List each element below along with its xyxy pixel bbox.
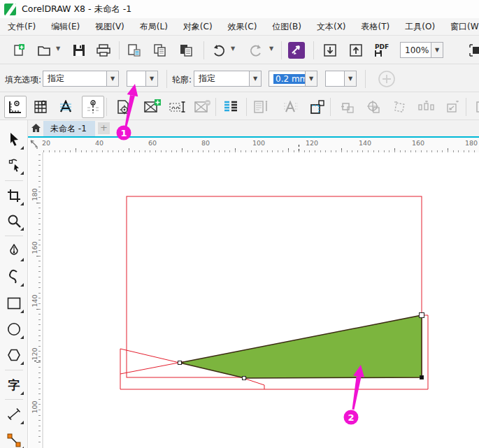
fill-type-dropdown-arrow[interactable]: ▼ bbox=[106, 71, 118, 86]
cut-button[interactable] bbox=[123, 39, 145, 62]
print-button[interactable] bbox=[92, 39, 115, 62]
menu-item-2[interactable]: 视图(V) bbox=[87, 18, 132, 36]
object-properties-button[interactable] bbox=[306, 96, 329, 118]
snap-to-button[interactable] bbox=[466, 39, 479, 62]
outline-type-value: 指定 bbox=[194, 73, 249, 85]
tool-dimension-button[interactable] bbox=[2, 403, 26, 426]
menu-item-5[interactable]: 效果(C) bbox=[220, 18, 265, 36]
redo-dropdown-arrow[interactable]: ▼ bbox=[269, 45, 273, 52]
h-ruler-label: 180 bbox=[465, 139, 478, 147]
menu-item-7[interactable]: 文本(X) bbox=[309, 18, 354, 36]
grid-button[interactable] bbox=[29, 96, 52, 118]
menu-item-10[interactable]: 窗口(W) bbox=[443, 18, 479, 36]
outline-type-combo[interactable]: 指定 ▼ bbox=[194, 71, 262, 87]
h-ruler-label: 120 bbox=[306, 139, 318, 147]
tool-shape-button[interactable] bbox=[2, 154, 26, 176]
add-page-button[interactable]: + bbox=[98, 122, 110, 134]
export-button[interactable] bbox=[345, 39, 367, 62]
align-center-button[interactable] bbox=[362, 96, 385, 118]
rotate-object-button[interactable] bbox=[389, 96, 411, 118]
h-ruler-label: 20 bbox=[42, 139, 50, 147]
menu-bar: 文件(F)编辑(E)视图(V)布局(L)对象(C)效果(C)位图(B)文本(X)… bbox=[0, 18, 479, 36]
tool-polygon-button[interactable] bbox=[2, 344, 26, 366]
h-ruler-label: 40 bbox=[95, 139, 103, 147]
vertical-ruler[interactable]: 200180160140120100 bbox=[29, 152, 41, 448]
order-objects-button[interactable] bbox=[337, 96, 359, 118]
view-toolbar bbox=[0, 92, 479, 120]
guidelines-button[interactable] bbox=[82, 96, 104, 118]
dynamic-guides-button[interactable] bbox=[4, 96, 27, 118]
undo-button[interactable] bbox=[208, 39, 230, 62]
tool-text-button[interactable]: 字 bbox=[2, 374, 26, 396]
new-document-button[interactable] bbox=[7, 39, 29, 62]
outline-width-dropdown-arrow[interactable]: ▼ bbox=[305, 71, 317, 86]
tool-ellipse-button[interactable] bbox=[2, 318, 26, 340]
document-tab[interactable]: 未命名 -1 bbox=[43, 121, 95, 136]
tool-crop-button[interactable] bbox=[2, 185, 26, 207]
v-ruler-label: 140 bbox=[31, 299, 38, 308]
h-ruler-label: 60 bbox=[148, 139, 157, 147]
distribute-objects-button[interactable] bbox=[415, 96, 438, 118]
text-grid-button[interactable] bbox=[55, 96, 77, 118]
paste-button[interactable] bbox=[175, 39, 197, 62]
fill-type-value: 指定 bbox=[43, 73, 106, 85]
import-button[interactable] bbox=[319, 39, 341, 62]
tool-rectangle-button[interactable] bbox=[2, 292, 26, 315]
menu-item-8[interactable]: 表格(T) bbox=[354, 18, 398, 36]
text-tool-glyph: 字 bbox=[8, 378, 20, 392]
fill-options-label: 填充选项: bbox=[5, 74, 41, 86]
ruler-origin[interactable] bbox=[29, 138, 41, 152]
tool-freehand-button[interactable] bbox=[2, 266, 26, 288]
horizontal-ruler[interactable]: 20406080100120140160180 bbox=[29, 138, 479, 152]
outline-color-dropdown-arrow[interactable]: ▼ bbox=[345, 71, 357, 87]
document-options-button[interactable] bbox=[112, 96, 134, 118]
open-button[interactable] bbox=[33, 39, 55, 62]
tool-pick-button[interactable] bbox=[2, 129, 26, 151]
insert-image-button[interactable] bbox=[141, 96, 164, 118]
v-ruler-label: 160 bbox=[31, 246, 38, 254]
open-dropdown-arrow[interactable]: ▼ bbox=[56, 45, 60, 52]
pdf-icon: PDF bbox=[375, 43, 389, 50]
document-tab-bar: 未命名 -1 + bbox=[28, 120, 479, 137]
app-launcher-button[interactable] bbox=[285, 39, 308, 62]
redo-button[interactable] bbox=[245, 39, 267, 62]
more-options-button[interactable] bbox=[471, 96, 479, 118]
text-frame-button[interactable] bbox=[250, 96, 273, 118]
menu-item-3[interactable]: 布局(L) bbox=[132, 18, 176, 36]
zoom-dropdown-arrow[interactable]: ▼ bbox=[431, 43, 443, 57]
undo-dropdown-arrow[interactable]: ▼ bbox=[231, 45, 235, 52]
tool-zoom-button[interactable] bbox=[2, 210, 26, 232]
zoom-level-combo[interactable]: 100% ▼ bbox=[400, 42, 443, 58]
text-list-button[interactable] bbox=[220, 96, 242, 118]
menu-item-4[interactable]: 对象(C) bbox=[176, 18, 220, 36]
outline-type-dropdown-arrow[interactable]: ▼ bbox=[249, 71, 261, 86]
standard-toolbar: ▼ ▼ ▼ bbox=[0, 36, 479, 64]
tool-pen-button[interactable] bbox=[2, 240, 26, 263]
outline-color-picker[interactable]: ▼ bbox=[325, 71, 357, 87]
h-ruler-label: 100 bbox=[252, 139, 265, 147]
publish-pdf-button[interactable]: PDF bbox=[371, 39, 393, 62]
home-icon[interactable] bbox=[31, 123, 41, 135]
fill-color-picker[interactable]: ▼ bbox=[127, 71, 158, 87]
scale-object-button[interactable] bbox=[442, 96, 464, 118]
outline-width-combo[interactable]: 0.2 mm ▼ bbox=[269, 71, 317, 87]
drawing-canvas[interactable] bbox=[41, 152, 479, 448]
tool-connector-button[interactable] bbox=[2, 429, 26, 448]
toolbox: 字 bbox=[0, 120, 28, 448]
menu-item-9[interactable]: 工具(O) bbox=[397, 18, 443, 36]
menu-item-0[interactable]: 文件(F) bbox=[0, 18, 43, 36]
h-ruler-label: 80 bbox=[201, 139, 210, 147]
remove-image-button[interactable] bbox=[192, 96, 214, 118]
v-ruler-cursor-marker bbox=[34, 361, 41, 361]
save-button[interactable] bbox=[68, 39, 90, 62]
menu-item-1[interactable]: 编辑(E) bbox=[43, 18, 87, 36]
menu-item-6[interactable]: 位图(B) bbox=[264, 18, 309, 36]
v-ruler-label: 120 bbox=[31, 352, 38, 361]
text-alignment-button[interactable] bbox=[280, 96, 302, 118]
edit-text-button[interactable] bbox=[166, 96, 189, 118]
fill-type-combo[interactable]: 指定 ▼ bbox=[43, 71, 119, 87]
fill-color-dropdown-arrow[interactable]: ▼ bbox=[146, 71, 158, 87]
add-property-button[interactable] bbox=[376, 68, 398, 90]
copy-button[interactable] bbox=[149, 39, 171, 62]
outline-width-value[interactable]: 0.2 mm bbox=[273, 74, 305, 84]
